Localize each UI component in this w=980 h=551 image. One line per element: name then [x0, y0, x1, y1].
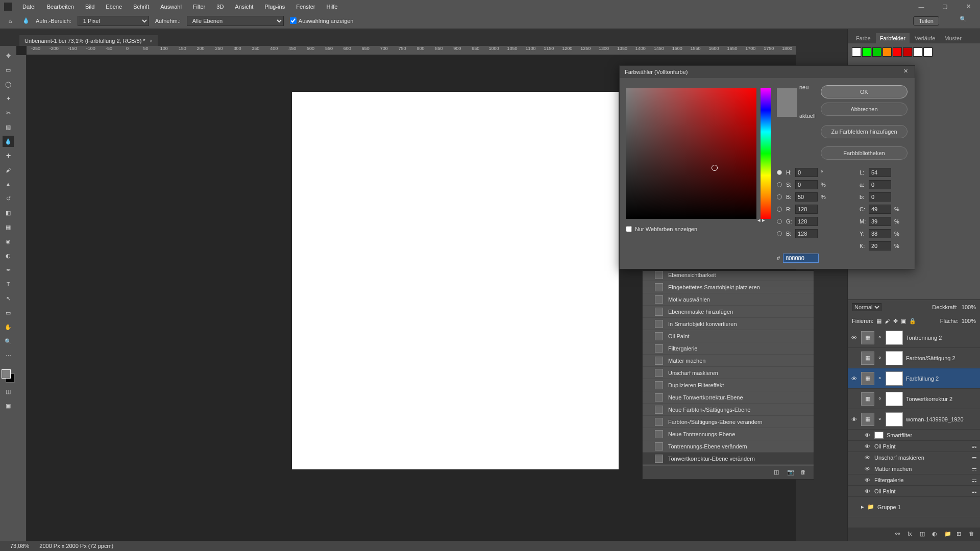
filter-options-icon[interactable]: ⚎ [972, 443, 977, 449]
history-item[interactable]: Ebenenmaske hinzufügen [643, 306, 814, 318]
g-input[interactable] [795, 217, 818, 226]
mask-thumbnail[interactable] [886, 331, 903, 345]
menu-ansicht[interactable]: Ansicht [230, 2, 258, 12]
s-radio[interactable] [777, 182, 782, 187]
layer-row[interactable]: 👁▦⚬Farbfüllung 2 [848, 368, 980, 389]
history-list[interactable]: Ebenen gruppierenEbenensichtbarkeitEinge… [643, 271, 814, 465]
layer-name[interactable]: Tonwertkorrektur 2 [906, 396, 952, 402]
swatch[interactable] [852, 47, 861, 57]
visibility-icon[interactable]: 👁 [850, 375, 858, 382]
new-document-from-state-icon[interactable]: ◫ [774, 469, 781, 476]
share-button[interactable]: Teilen [913, 16, 939, 26]
zoom-level[interactable]: 73,08% [10, 543, 29, 549]
delete-layer-icon[interactable]: 🗑 [969, 531, 976, 538]
hand-tool-icon[interactable]: ✋ [3, 321, 14, 333]
layer-row[interactable]: 👁▦⚬woman-1439909_1920 [848, 409, 980, 430]
history-item[interactable]: Neue Tonwertkorrektur-Ebene [643, 391, 814, 404]
a-input[interactable] [869, 180, 891, 189]
filter-options-icon[interactable]: ⚎ [972, 465, 977, 472]
ok-button[interactable]: OK [821, 85, 908, 98]
color-libraries-button[interactable]: Farbbibliotheken [821, 146, 908, 160]
swatch[interactable] [923, 47, 933, 57]
r-radio[interactable] [777, 207, 782, 212]
document-tab[interactable]: Unbenannt-1 bei 73,1% (Farbfüllung 2, RG… [19, 35, 158, 46]
history-item[interactable]: Unscharf maskieren [643, 367, 814, 379]
blend-mode-select[interactable]: Normal [852, 303, 881, 311]
swatch[interactable] [893, 47, 902, 57]
h-input[interactable] [795, 168, 818, 177]
history-item[interactable]: Farbton-/Sättigungs-Ebene verändern [643, 416, 814, 428]
visibility-icon[interactable]: 👁 [863, 477, 871, 483]
bv-input[interactable] [795, 192, 818, 202]
history-item[interactable]: Motiv auswählen [643, 293, 814, 306]
layer-style-icon[interactable]: fx [908, 531, 915, 538]
eyedropper-tool-icon[interactable]: 💧 [22, 17, 30, 24]
home-icon[interactable]: ⌂ [4, 15, 16, 27]
maximize-icon[interactable]: ▢ [933, 0, 957, 13]
lock-position-icon[interactable]: ✥ [893, 318, 898, 324]
marquee-tool-icon[interactable]: ▭ [3, 64, 14, 76]
move-tool-icon[interactable]: ✥ [3, 50, 14, 61]
lasso-tool-icon[interactable]: ◯ [3, 79, 14, 90]
fill-value[interactable]: 100% [962, 318, 976, 324]
dodge-tool-icon[interactable]: ◐ [3, 250, 14, 261]
brush-tool-icon[interactable]: 🖌 [3, 164, 14, 176]
more-tools-icon[interactable]: ⋯ [3, 350, 14, 361]
c-input[interactable] [869, 205, 891, 214]
opacity-value[interactable]: 100% [962, 304, 976, 310]
visibility-icon[interactable]: 👁 [863, 432, 871, 438]
history-item[interactable]: In Smartobjekt konvertieren [643, 318, 814, 330]
pen-tool-icon[interactable]: ✒ [3, 264, 14, 276]
layer-row[interactable]: ▦⚬Tonwertkorrektur 2 [848, 389, 980, 409]
bv-radio[interactable] [777, 194, 782, 199]
mask-thumbnail[interactable] [886, 412, 903, 427]
color-field[interactable] [626, 88, 756, 219]
expand-icon[interactable]: ▸ [861, 504, 864, 510]
screenmode-icon[interactable]: ▣ [3, 400, 14, 411]
hue-slider[interactable]: ◂ ▸ [761, 88, 771, 219]
zoom-tool-icon[interactable]: 🔍 [3, 336, 14, 347]
lock-all-icon[interactable]: 🔒 [909, 318, 916, 324]
bb-input[interactable] [795, 229, 818, 238]
swatch[interactable] [883, 47, 892, 57]
swatch[interactable] [862, 47, 871, 57]
layer-name[interactable]: Farbfüllung 2 [906, 375, 939, 382]
menu-3d[interactable]: 3D [211, 2, 229, 12]
sample-size-select[interactable]: 1 Pixel [78, 16, 149, 26]
tab-farbfelder[interactable]: Farbfelder [876, 33, 910, 43]
menu-datei[interactable]: Datei [17, 2, 41, 12]
document-canvas[interactable] [292, 92, 619, 469]
eraser-tool-icon[interactable]: ◧ [3, 207, 14, 218]
menu-bild[interactable]: Bild [80, 2, 100, 12]
menu-hilfe[interactable]: Hilfe [321, 2, 342, 12]
history-item[interactable]: Filtergalerie [643, 342, 814, 355]
shape-tool-icon[interactable]: ▭ [3, 307, 14, 318]
minimize-icon[interactable]: — [910, 0, 933, 13]
mask-thumbnail[interactable] [886, 351, 903, 365]
frame-tool-icon[interactable]: ▧ [3, 121, 14, 133]
lock-pixels-icon[interactable]: 🖌 [885, 318, 890, 324]
lab-b-input[interactable] [869, 192, 891, 202]
type-tool-icon[interactable]: T [3, 279, 14, 290]
document-tab-close-icon[interactable]: × [150, 38, 153, 44]
menu-plugins[interactable]: Plug-ins [259, 2, 290, 12]
group-name[interactable]: Gruppe 1 [877, 504, 901, 510]
layers-list[interactable]: 👁▦⚬Tontrennung 2▦⚬Farbton/Sättigung 2👁▦⚬… [848, 328, 980, 528]
layer-mask-icon[interactable]: ◫ [920, 531, 927, 538]
new-snapshot-icon[interactable]: 📷 [787, 469, 794, 476]
eyedropper-tool-icon[interactable]: 💧 [3, 136, 14, 147]
foreground-color-swatch[interactable] [2, 369, 11, 379]
layer-row[interactable]: 👁▦⚬Tontrennung 2 [848, 328, 980, 348]
smartfilter-item[interactable]: 👁Oil Paint⚎ [848, 441, 980, 452]
tab-farbe[interactable]: Farbe [852, 33, 875, 43]
heal-tool-icon[interactable]: ✚ [3, 150, 14, 161]
history-brush-tool-icon[interactable]: ↺ [3, 193, 14, 204]
history-item[interactable]: Matter machen [643, 355, 814, 367]
menu-filter[interactable]: Filter [188, 2, 210, 12]
history-item[interactable]: Duplizieren Filtereffekt [643, 379, 814, 391]
adjustment-layer-icon[interactable]: ◐ [932, 531, 939, 538]
visibility-icon[interactable]: 👁 [863, 466, 871, 472]
s-input[interactable] [795, 180, 818, 189]
gradient-tool-icon[interactable]: ▦ [3, 221, 14, 233]
history-item[interactable]: Oil Paint [643, 330, 814, 342]
